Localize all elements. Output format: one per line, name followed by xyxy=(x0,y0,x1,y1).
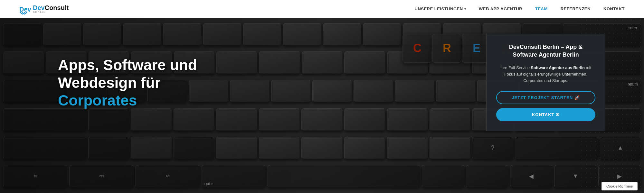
key-f4 xyxy=(163,23,201,46)
key-f7 xyxy=(283,23,321,46)
info-card: DevConsult Berlin – App & Software Agent… xyxy=(486,34,605,131)
key-rctrl xyxy=(466,165,508,188)
key-n xyxy=(301,137,342,159)
key-y xyxy=(271,80,311,102)
key-alt: alt xyxy=(136,165,200,188)
key-caps xyxy=(3,108,87,131)
key-6 xyxy=(259,51,300,74)
key-z xyxy=(88,137,129,159)
key-f xyxy=(216,108,257,131)
envelope-icon: ✉ xyxy=(556,112,560,117)
key-c xyxy=(174,137,214,159)
hero-text: Apps, Software und Webdesign für Corpora… xyxy=(58,56,197,110)
chevron-down-icon: ▾ xyxy=(464,7,466,11)
key-m xyxy=(344,137,385,159)
create-letter-c: C xyxy=(402,34,431,63)
key-fn: fn xyxy=(3,165,68,188)
key-f5 xyxy=(203,23,242,46)
nav-item-team[interactable]: TEAM xyxy=(535,6,548,11)
hero-highlight: Corporates xyxy=(58,92,137,109)
key-comma xyxy=(387,137,428,159)
info-card-title: DevConsult Berlin – App & Software Agent… xyxy=(496,43,595,59)
key-lctrl: ctrl xyxy=(69,165,134,188)
key-8 xyxy=(344,51,385,74)
key-h xyxy=(301,108,342,131)
key-tab xyxy=(3,80,63,102)
key-u xyxy=(312,80,352,102)
key-lshift xyxy=(3,137,87,159)
key-left: ◀ xyxy=(510,165,553,188)
key-x xyxy=(131,137,172,159)
logo-consult: Consult xyxy=(45,5,69,11)
key-space xyxy=(268,165,420,188)
key-b xyxy=(259,137,300,159)
key-ralt xyxy=(422,165,464,188)
create-letter-r: R xyxy=(432,34,461,63)
key-5 xyxy=(216,51,257,74)
svg-text:Dev: Dev xyxy=(19,6,31,13)
key-period xyxy=(430,137,470,159)
projekt-starten-button[interactable]: JETZT PROJEKT STARTEN 🚀 xyxy=(496,91,595,104)
key-esc xyxy=(3,23,42,46)
key-f2 xyxy=(83,23,121,46)
key-d xyxy=(174,108,214,131)
key-s xyxy=(131,108,172,131)
key-v xyxy=(216,137,257,159)
key-f3 xyxy=(123,23,161,46)
rocket-icon: 🚀 xyxy=(574,95,580,100)
key-p xyxy=(436,80,476,102)
hero-section: enter xyxy=(0,18,644,193)
key-7 xyxy=(302,51,343,74)
key-f6 xyxy=(243,23,281,46)
nav-item-leistungen[interactable]: UNSERE LEISTUNGEN ▾ xyxy=(415,6,466,11)
logo-dev: Dev xyxy=(33,5,45,11)
key-f1 xyxy=(43,23,81,46)
logo[interactable]: Dev Dev Consult Berlin xyxy=(19,3,69,15)
kontakt-button[interactable]: KONTAKT ✉ xyxy=(496,108,595,121)
key-t xyxy=(230,80,270,102)
logo-text: Dev Consult Berlin xyxy=(33,5,69,14)
key-slash: ? xyxy=(472,137,513,159)
info-card-body: Ihre Full-Service Software Agentur aus B… xyxy=(496,65,595,84)
nav-item-kontakt[interactable]: KONTAKT xyxy=(603,6,625,11)
cookie-notice[interactable]: Cookie Richtlinie xyxy=(601,182,638,190)
key-tilde xyxy=(3,51,44,74)
key-l xyxy=(430,108,470,131)
key-k xyxy=(387,108,428,131)
header: Dev Dev Consult Berlin UNSERE LEISTUNGEN… xyxy=(0,0,644,18)
logo-berlin: Berlin xyxy=(33,11,69,14)
key-f8 xyxy=(323,23,361,46)
key-a xyxy=(88,108,129,131)
nav-item-referenzen[interactable]: REFERENZEN xyxy=(561,6,591,11)
key-option: option xyxy=(202,165,266,188)
key-f9 xyxy=(363,23,401,46)
nav-item-web-app[interactable]: WEB APP AGENTUR xyxy=(479,6,522,11)
hero-heading: Apps, Software und Webdesign für Corpora… xyxy=(58,56,197,110)
key-o xyxy=(395,80,434,102)
main-nav: UNSERE LEISTUNGEN ▾ WEB APP AGENTUR TEAM… xyxy=(415,6,625,11)
key-g xyxy=(259,108,300,131)
logo-icon: Dev xyxy=(19,3,31,15)
key-i xyxy=(354,80,393,102)
key-j xyxy=(344,108,385,131)
